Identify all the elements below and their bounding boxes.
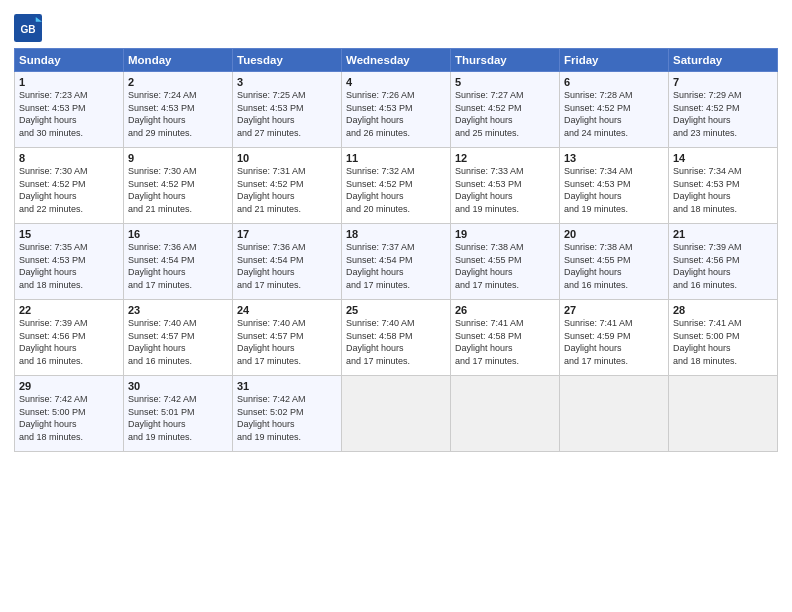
calendar-cell: 14 Sunrise: 7:34 AMSunset: 4:53 PMDaylig… (669, 148, 778, 224)
day-info: Sunrise: 7:40 AMSunset: 4:58 PMDaylight … (346, 318, 415, 366)
calendar-cell: 27 Sunrise: 7:41 AMSunset: 4:59 PMDaylig… (560, 300, 669, 376)
weekday-header-saturday: Saturday (669, 49, 778, 72)
calendar-week-row: 15 Sunrise: 7:35 AMSunset: 4:53 PMDaylig… (15, 224, 778, 300)
calendar-cell: 17 Sunrise: 7:36 AMSunset: 4:54 PMDaylig… (233, 224, 342, 300)
day-number: 29 (19, 380, 119, 392)
day-number: 7 (673, 76, 773, 88)
day-number: 3 (237, 76, 337, 88)
calendar-table: SundayMondayTuesdayWednesdayThursdayFrid… (14, 48, 778, 452)
day-number: 12 (455, 152, 555, 164)
calendar-cell: 8 Sunrise: 7:30 AMSunset: 4:52 PMDayligh… (15, 148, 124, 224)
day-number: 28 (673, 304, 773, 316)
day-number: 8 (19, 152, 119, 164)
day-info: Sunrise: 7:23 AMSunset: 4:53 PMDaylight … (19, 90, 88, 138)
calendar-cell: 9 Sunrise: 7:30 AMSunset: 4:52 PMDayligh… (124, 148, 233, 224)
day-info: Sunrise: 7:37 AMSunset: 4:54 PMDaylight … (346, 242, 415, 290)
day-info: Sunrise: 7:42 AMSunset: 5:01 PMDaylight … (128, 394, 197, 442)
day-info: Sunrise: 7:36 AMSunset: 4:54 PMDaylight … (237, 242, 306, 290)
calendar-cell: 16 Sunrise: 7:36 AMSunset: 4:54 PMDaylig… (124, 224, 233, 300)
calendar-cell: 13 Sunrise: 7:34 AMSunset: 4:53 PMDaylig… (560, 148, 669, 224)
day-info: Sunrise: 7:30 AMSunset: 4:52 PMDaylight … (19, 166, 88, 214)
day-number: 16 (128, 228, 228, 240)
day-number: 10 (237, 152, 337, 164)
header: GB (14, 10, 778, 42)
calendar-cell: 29 Sunrise: 7:42 AMSunset: 5:00 PMDaylig… (15, 376, 124, 452)
day-number: 18 (346, 228, 446, 240)
day-info: Sunrise: 7:28 AMSunset: 4:52 PMDaylight … (564, 90, 633, 138)
weekday-header-friday: Friday (560, 49, 669, 72)
day-number: 31 (237, 380, 337, 392)
day-number: 2 (128, 76, 228, 88)
calendar-cell (342, 376, 451, 452)
day-number: 1 (19, 76, 119, 88)
calendar-cell: 6 Sunrise: 7:28 AMSunset: 4:52 PMDayligh… (560, 72, 669, 148)
weekday-header-wednesday: Wednesday (342, 49, 451, 72)
calendar-cell: 21 Sunrise: 7:39 AMSunset: 4:56 PMDaylig… (669, 224, 778, 300)
calendar-cell: 20 Sunrise: 7:38 AMSunset: 4:55 PMDaylig… (560, 224, 669, 300)
day-number: 22 (19, 304, 119, 316)
weekday-header-thursday: Thursday (451, 49, 560, 72)
calendar-cell: 10 Sunrise: 7:31 AMSunset: 4:52 PMDaylig… (233, 148, 342, 224)
day-info: Sunrise: 7:26 AMSunset: 4:53 PMDaylight … (346, 90, 415, 138)
calendar-cell: 5 Sunrise: 7:27 AMSunset: 4:52 PMDayligh… (451, 72, 560, 148)
day-info: Sunrise: 7:40 AMSunset: 4:57 PMDaylight … (237, 318, 306, 366)
day-info: Sunrise: 7:32 AMSunset: 4:52 PMDaylight … (346, 166, 415, 214)
day-info: Sunrise: 7:29 AMSunset: 4:52 PMDaylight … (673, 90, 742, 138)
day-info: Sunrise: 7:25 AMSunset: 4:53 PMDaylight … (237, 90, 306, 138)
day-info: Sunrise: 7:39 AMSunset: 4:56 PMDaylight … (673, 242, 742, 290)
day-number: 27 (564, 304, 664, 316)
day-info: Sunrise: 7:31 AMSunset: 4:52 PMDaylight … (237, 166, 306, 214)
calendar-week-row: 1 Sunrise: 7:23 AMSunset: 4:53 PMDayligh… (15, 72, 778, 148)
calendar-cell: 3 Sunrise: 7:25 AMSunset: 4:53 PMDayligh… (233, 72, 342, 148)
calendar-week-row: 22 Sunrise: 7:39 AMSunset: 4:56 PMDaylig… (15, 300, 778, 376)
day-info: Sunrise: 7:30 AMSunset: 4:52 PMDaylight … (128, 166, 197, 214)
day-info: Sunrise: 7:35 AMSunset: 4:53 PMDaylight … (19, 242, 88, 290)
logo: GB (14, 14, 46, 42)
calendar-cell: 19 Sunrise: 7:38 AMSunset: 4:55 PMDaylig… (451, 224, 560, 300)
calendar-cell: 28 Sunrise: 7:41 AMSunset: 5:00 PMDaylig… (669, 300, 778, 376)
day-number: 14 (673, 152, 773, 164)
calendar-cell: 30 Sunrise: 7:42 AMSunset: 5:01 PMDaylig… (124, 376, 233, 452)
calendar-cell: 31 Sunrise: 7:42 AMSunset: 5:02 PMDaylig… (233, 376, 342, 452)
day-number: 17 (237, 228, 337, 240)
day-info: Sunrise: 7:38 AMSunset: 4:55 PMDaylight … (455, 242, 524, 290)
calendar-cell: 12 Sunrise: 7:33 AMSunset: 4:53 PMDaylig… (451, 148, 560, 224)
day-info: Sunrise: 7:27 AMSunset: 4:52 PMDaylight … (455, 90, 524, 138)
page-container: GB SundayMondayTuesdayWednesdayThursdayF… (0, 0, 792, 462)
day-number: 11 (346, 152, 446, 164)
day-number: 30 (128, 380, 228, 392)
day-info: Sunrise: 7:33 AMSunset: 4:53 PMDaylight … (455, 166, 524, 214)
weekday-header-sunday: Sunday (15, 49, 124, 72)
calendar-cell: 11 Sunrise: 7:32 AMSunset: 4:52 PMDaylig… (342, 148, 451, 224)
svg-text:GB: GB (20, 24, 35, 35)
day-info: Sunrise: 7:40 AMSunset: 4:57 PMDaylight … (128, 318, 197, 366)
calendar-cell: 18 Sunrise: 7:37 AMSunset: 4:54 PMDaylig… (342, 224, 451, 300)
day-info: Sunrise: 7:41 AMSunset: 4:59 PMDaylight … (564, 318, 633, 366)
calendar-week-row: 8 Sunrise: 7:30 AMSunset: 4:52 PMDayligh… (15, 148, 778, 224)
day-info: Sunrise: 7:42 AMSunset: 5:00 PMDaylight … (19, 394, 88, 442)
day-number: 5 (455, 76, 555, 88)
calendar-cell: 1 Sunrise: 7:23 AMSunset: 4:53 PMDayligh… (15, 72, 124, 148)
day-number: 15 (19, 228, 119, 240)
day-info: Sunrise: 7:34 AMSunset: 4:53 PMDaylight … (564, 166, 633, 214)
day-info: Sunrise: 7:41 AMSunset: 4:58 PMDaylight … (455, 318, 524, 366)
calendar-cell: 23 Sunrise: 7:40 AMSunset: 4:57 PMDaylig… (124, 300, 233, 376)
calendar-cell (451, 376, 560, 452)
weekday-header-monday: Monday (124, 49, 233, 72)
day-number: 20 (564, 228, 664, 240)
day-number: 21 (673, 228, 773, 240)
logo-icon: GB (14, 14, 42, 42)
day-number: 26 (455, 304, 555, 316)
calendar-cell: 15 Sunrise: 7:35 AMSunset: 4:53 PMDaylig… (15, 224, 124, 300)
day-number: 25 (346, 304, 446, 316)
day-info: Sunrise: 7:41 AMSunset: 5:00 PMDaylight … (673, 318, 742, 366)
calendar-cell: 22 Sunrise: 7:39 AMSunset: 4:56 PMDaylig… (15, 300, 124, 376)
weekday-header-tuesday: Tuesday (233, 49, 342, 72)
calendar-cell: 26 Sunrise: 7:41 AMSunset: 4:58 PMDaylig… (451, 300, 560, 376)
day-info: Sunrise: 7:39 AMSunset: 4:56 PMDaylight … (19, 318, 88, 366)
calendar-cell: 2 Sunrise: 7:24 AMSunset: 4:53 PMDayligh… (124, 72, 233, 148)
day-number: 24 (237, 304, 337, 316)
day-info: Sunrise: 7:42 AMSunset: 5:02 PMDaylight … (237, 394, 306, 442)
day-number: 9 (128, 152, 228, 164)
day-number: 23 (128, 304, 228, 316)
